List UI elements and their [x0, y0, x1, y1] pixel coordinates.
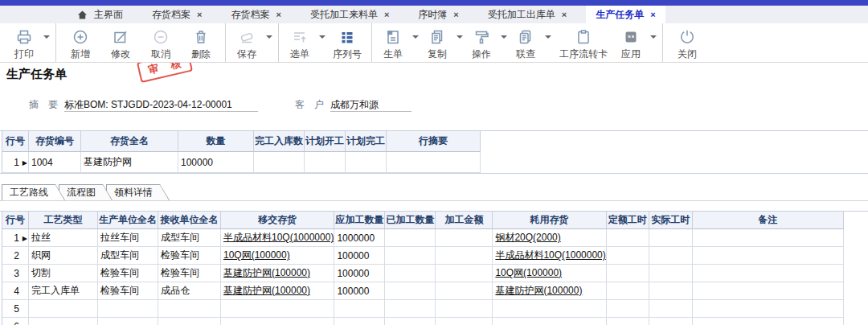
grid-cell-type[interactable]	[29, 318, 98, 325]
column-header[interactable]: 行号	[2, 212, 29, 229]
close-icon[interactable]: ×	[276, 10, 280, 19]
column-header[interactable]: 已加工数量	[385, 212, 436, 229]
save-button[interactable]: 保存	[230, 25, 264, 60]
grid-cell-type[interactable]	[29, 300, 98, 318]
grid-cell-move-qty[interactable]: 100000	[334, 282, 385, 300]
add-button[interactable]: 新增	[60, 25, 100, 60]
column-header[interactable]: 存货编号	[29, 131, 81, 152]
subtab-process-route[interactable]: 工艺路线	[2, 184, 65, 200]
tab-consigned-outgoing[interactable]: 受托加工出库单 ×	[478, 6, 576, 23]
customer-field[interactable]: 成都万和源	[330, 98, 411, 112]
close-window-button[interactable]: 关闭	[667, 25, 707, 60]
close-icon[interactable]: ×	[562, 10, 567, 19]
column-header[interactable]: 计划开工	[305, 131, 346, 152]
grid-cell-move-stock-link[interactable]: 半成品材料10Q(1000000)	[221, 229, 334, 247]
grid-cell-amount[interactable]	[436, 300, 493, 318]
tab-home[interactable]: 主界面	[68, 6, 133, 23]
grid-cell-note[interactable]	[693, 282, 844, 300]
grid-cell-actual-hours[interactable]	[649, 282, 693, 300]
grid-cell-done-qty[interactable]	[385, 265, 436, 282]
grid-cell-move-stock-link[interactable]: 10Q网(100000)	[221, 247, 334, 265]
tab-inventory-archive-2[interactable]: 存货档案 ×	[221, 6, 290, 23]
column-header[interactable]: 接收单位全名	[158, 212, 221, 229]
close-icon[interactable]: ×	[650, 10, 655, 19]
grid-cell-move-stock[interactable]	[221, 300, 334, 318]
grid-cell-amount[interactable]	[436, 318, 493, 325]
column-header[interactable]: 定额工时	[607, 212, 649, 229]
tab-journal[interactable]: 序时簿 ×	[408, 6, 468, 23]
pick-dropdown-caret[interactable]	[317, 25, 327, 60]
route-card-button[interactable]: 工序流转卡	[553, 25, 614, 60]
grid-cell-consume-stock-link[interactable]: 钢材20Q(2000)	[493, 229, 606, 247]
row-header[interactable]: 2	[2, 247, 29, 265]
apply-dropdown-caret[interactable]	[648, 25, 658, 60]
linkquery-dropdown-caret[interactable]	[542, 25, 553, 60]
grid-cell-move-qty[interactable]: 100000	[334, 247, 385, 265]
column-header[interactable]: 行号	[2, 131, 29, 152]
row-header[interactable]: 3	[2, 265, 29, 282]
grid-cell-amount[interactable]	[436, 265, 493, 282]
serial-number-button[interactable]: 序列号	[327, 25, 367, 60]
tab-production-order[interactable]: 生产任务单 ×	[586, 6, 665, 23]
grid-cell-consume-stock-link[interactable]: 10Q网(100000)	[493, 265, 606, 282]
grid-cell-quota-hours[interactable]	[607, 247, 649, 265]
column-header[interactable]: 完工入库数	[254, 131, 305, 152]
grid-cell-done-qty[interactable]	[385, 247, 436, 265]
grid-cell-quota-hours[interactable]	[607, 265, 649, 282]
column-header[interactable]: 行摘要	[387, 131, 481, 152]
grid-cell-move-stock[interactable]	[221, 318, 334, 325]
grid-cell-type[interactable]: 切割	[29, 265, 98, 282]
column-header[interactable]: 生产单位全名	[98, 212, 158, 229]
link-query-button[interactable]: 联查	[509, 25, 542, 60]
summary-field[interactable]: 标准BOM: STJGDD-2023-04-12-00001	[64, 98, 258, 112]
grid-cell-quota-hours[interactable]	[607, 229, 649, 247]
column-header[interactable]: 工艺类型	[29, 212, 98, 229]
grid-cell-note[interactable]	[387, 152, 481, 173]
grid-cell-note[interactable]	[693, 247, 844, 265]
row-header[interactable]: 1▶	[2, 229, 29, 247]
tab-inventory-archive-1[interactable]: 存货档案 ×	[142, 6, 211, 23]
grid-cell-type[interactable]: 织网	[29, 247, 98, 265]
pick-order-button[interactable]: 选单	[283, 25, 317, 60]
grid-cell-note[interactable]	[693, 318, 844, 325]
grid-cell-consume-stock[interactable]	[493, 318, 606, 325]
grid-cell-done-qty[interactable]	[385, 318, 436, 325]
column-header[interactable]: 加工金额	[436, 212, 493, 229]
grid-cell-prod-unit[interactable]: 检验车间	[98, 265, 158, 282]
grid-cell-move-stock-link[interactable]: 基建防护网(100000)	[221, 282, 334, 300]
grid-cell-quota-hours[interactable]	[607, 300, 649, 318]
operate-button[interactable]: 操作	[465, 25, 498, 60]
grid-cell-type[interactable]: 拉丝	[29, 229, 98, 247]
grid-cell-done-qty[interactable]	[385, 229, 436, 247]
grid-cell-prod-unit[interactable]: 拉丝车间	[98, 229, 158, 247]
grid-cell-actual-hours[interactable]	[649, 300, 693, 318]
print-button[interactable]: 打印	[7, 25, 41, 60]
grid-cell-actual-hours[interactable]	[649, 229, 693, 247]
grid-cell-done-qty[interactable]	[254, 152, 305, 173]
row-header[interactable]: 1▶	[2, 152, 29, 173]
grid-cell-actual-hours[interactable]	[649, 247, 693, 265]
row-header[interactable]: 6	[2, 318, 29, 325]
grid-cell-type[interactable]: 完工入库单	[29, 282, 98, 300]
subtab-flow-chart[interactable]: 流程图	[59, 184, 113, 200]
grid-cell-recv-unit[interactable]: 检验车间	[158, 247, 221, 265]
apply-button[interactable]: 应用	[614, 25, 648, 60]
grid-cell-done-qty[interactable]	[385, 300, 436, 318]
grid-cell-amount[interactable]	[436, 229, 493, 247]
print-dropdown-caret[interactable]	[41, 25, 51, 60]
grid-cell-move-qty[interactable]: 100000	[334, 265, 385, 282]
modify-button[interactable]: 修改	[100, 25, 141, 60]
grid-cell-recv-unit[interactable]: 成型车间	[158, 229, 221, 247]
grid-cell-move-stock-link[interactable]: 基建防护网(100000)	[221, 265, 334, 282]
grid-cell-actual-hours[interactable]	[649, 318, 693, 325]
grid-cell-qty[interactable]: 100000	[178, 152, 254, 173]
grid-cell-prod-unit[interactable]	[98, 318, 158, 325]
grid-cell-prod-unit[interactable]: 检验车间	[98, 282, 158, 300]
row-header[interactable]: 4	[2, 282, 29, 300]
grid-cell-amount[interactable]	[436, 282, 493, 300]
tab-consigned-incoming[interactable]: 受托加工来料单 ×	[301, 6, 399, 23]
grid-cell-amount[interactable]	[436, 247, 493, 265]
row-header[interactable]: 5	[2, 300, 29, 318]
copy-dropdown-caret[interactable]	[454, 25, 465, 60]
generate-order-button[interactable]: 生单	[376, 25, 410, 60]
